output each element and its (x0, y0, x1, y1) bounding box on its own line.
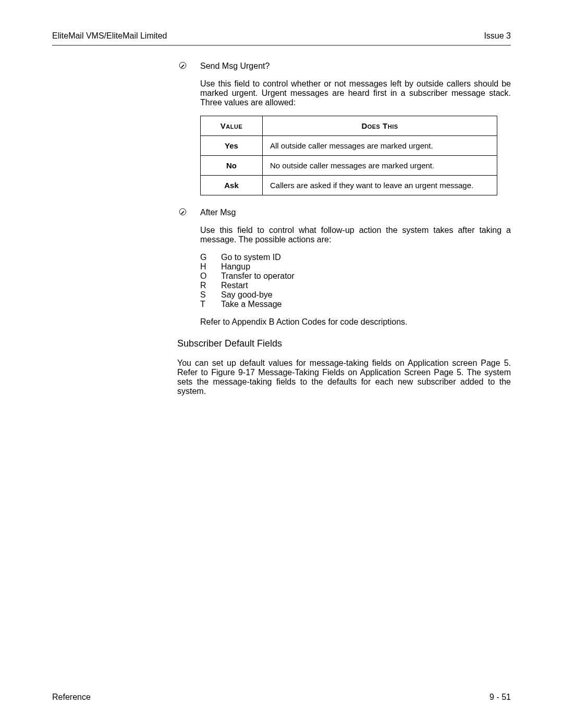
page-footer: Reference 9 - 51 (52, 693, 511, 702)
table-row: No No outside caller messages are marked… (201, 156, 497, 176)
action-desc: Hangup (221, 262, 250, 272)
table-row: Ask Callers are asked if they want to le… (201, 176, 497, 195)
list-item: GGo to system ID (200, 253, 511, 262)
document-page: EliteMail VMS/EliteMail Limited Issue 3 … (0, 0, 563, 728)
header-left: EliteMail VMS/EliteMail Limited (52, 31, 167, 41)
list-item: RRestart (200, 281, 511, 290)
action-desc: Go to system ID (221, 253, 281, 262)
pencil-icon (177, 61, 188, 71)
table-cell-value: Ask (201, 176, 263, 195)
table-header-value: Value (201, 116, 263, 136)
section1-paragraph: Use this field to control whether or not… (200, 79, 511, 107)
section2-reference: Refer to Appendix B Action Codes for cod… (200, 317, 511, 327)
section2-title: After Msg (200, 208, 236, 217)
action-code: O (200, 272, 221, 281)
footer-right: 9 - 51 (489, 693, 511, 702)
section1-title: Send Msg Urgent? (200, 61, 270, 71)
table-cell-value: No (201, 156, 263, 176)
table-cell-value: Yes (201, 136, 263, 156)
table-row: Yes All outside caller messages are mark… (201, 136, 497, 156)
table-header-row: Value Does This (201, 116, 497, 136)
action-code: G (200, 253, 221, 262)
table-cell-desc: No outside caller messages are marked ur… (263, 156, 497, 176)
value-table: Value Does This Yes All outside caller m… (200, 116, 497, 195)
page-header: EliteMail VMS/EliteMail Limited Issue 3 (52, 31, 511, 45)
action-code: H (200, 262, 221, 272)
list-item: TTake a Message (200, 300, 511, 309)
action-desc: Transfer to operator (221, 272, 295, 281)
action-desc: Say good-bye (221, 290, 273, 300)
action-code: R (200, 281, 221, 290)
subscriber-paragraph: You can set up default values for messag… (177, 359, 511, 396)
action-code: S (200, 290, 221, 300)
action-code-list: GGo to system ID HHangup OTransfer to op… (200, 253, 511, 309)
section2-paragraph: Use this field to control what follow-up… (200, 226, 511, 244)
bullet-after-msg: After Msg (177, 208, 511, 217)
header-right: Issue 3 (484, 31, 511, 41)
list-item: HHangup (200, 262, 511, 272)
footer-left: Reference (52, 693, 91, 702)
pencil-icon (177, 208, 188, 217)
table-header-does-this: Does This (263, 116, 497, 136)
header-rule (52, 45, 511, 46)
bullet-send-msg-urgent: Send Msg Urgent? (177, 61, 511, 71)
subscriber-heading: Subscriber Default Fields (177, 338, 511, 349)
action-desc: Restart (221, 281, 248, 290)
list-item: SSay good-bye (200, 290, 511, 300)
table-cell-desc: All outside caller messages are marked u… (263, 136, 497, 156)
action-desc: Take a Message (221, 300, 282, 309)
action-code: T (200, 300, 221, 309)
list-item: OTransfer to operator (200, 272, 511, 281)
table-cell-desc: Callers are asked if they want to leave … (263, 176, 497, 195)
